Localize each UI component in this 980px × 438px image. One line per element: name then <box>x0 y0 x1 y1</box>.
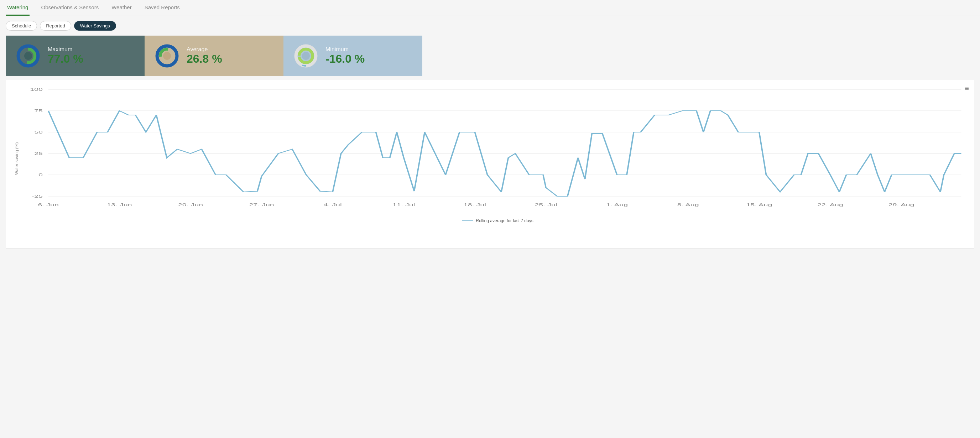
svg-text:25. Jul: 25. Jul <box>535 202 557 207</box>
svg-text:29. Aug: 29. Aug <box>888 202 915 207</box>
tab-weather[interactable]: Weather <box>110 0 133 16</box>
average-donut <box>154 43 180 68</box>
average-card-text: Average 26.8 % <box>186 46 222 65</box>
water-savings-chart: ≡ Water saving (%) 100 75 50 25 0 -25 6.… <box>6 80 974 248</box>
tab-watering[interactable]: Watering <box>6 0 30 16</box>
average-card: Average 26.8 % <box>145 36 283 76</box>
schedule-filter-button[interactable]: Schedule <box>6 21 37 30</box>
svg-text:6. Jun: 6. Jun <box>38 202 59 207</box>
minimum-donut <box>293 43 318 68</box>
svg-text:50: 50 <box>34 130 43 134</box>
minimum-card: Minimum -16.0 % <box>283 36 422 76</box>
maximum-card-text: Maximum 77.0 % <box>48 46 83 65</box>
svg-text:22. Aug: 22. Aug <box>817 202 843 207</box>
svg-text:-25: -25 <box>32 194 43 198</box>
chart-y-axis-label: Water saving (%) <box>14 153 19 175</box>
svg-text:13. Jun: 13. Jun <box>107 202 132 207</box>
average-value: 26.8 % <box>186 53 222 65</box>
maximum-label: Maximum <box>48 46 83 53</box>
svg-text:20. Jun: 20. Jun <box>178 202 203 207</box>
legend-line-icon <box>462 220 473 221</box>
chart-svg: 100 75 50 25 0 -25 6. Jun 13. Jun 20. Ju… <box>27 86 968 214</box>
nav-tabs: Watering Observations & Sensors Weather … <box>0 0 980 16</box>
filter-bar: Schedule Reported Water Savings <box>0 16 980 36</box>
maximum-card: Maximum 77.0 % <box>6 36 145 76</box>
svg-text:15. Aug: 15. Aug <box>746 202 772 207</box>
svg-text:1. Aug: 1. Aug <box>606 202 628 207</box>
reported-filter-button[interactable]: Reported <box>40 21 71 30</box>
minimum-card-text: Minimum -16.0 % <box>326 46 365 65</box>
svg-text:27. Jun: 27. Jun <box>249 202 274 207</box>
svg-point-5 <box>163 52 171 60</box>
minimum-value: -16.0 % <box>326 53 365 65</box>
svg-text:18. Jul: 18. Jul <box>464 202 486 207</box>
chart-legend: Rolling average for last 7 days <box>27 218 968 223</box>
water-savings-filter-button[interactable]: Water Savings <box>74 21 116 30</box>
minimum-label: Minimum <box>326 46 365 53</box>
chart-menu-icon[interactable]: ≡ <box>965 84 969 92</box>
svg-text:25: 25 <box>34 151 43 156</box>
summary-cards: Maximum 77.0 % Average 26.8 % <box>0 36 980 76</box>
average-label: Average <box>186 46 222 53</box>
svg-text:8. Aug: 8. Aug <box>677 202 699 207</box>
chart-legend-label: Rolling average for last 7 days <box>476 218 533 223</box>
svg-text:11. Jul: 11. Jul <box>393 202 415 207</box>
svg-text:4. Jul: 4. Jul <box>323 202 342 207</box>
svg-point-9 <box>302 52 310 60</box>
maximum-donut <box>16 43 41 68</box>
maximum-value: 77.0 % <box>48 53 83 65</box>
svg-text:0: 0 <box>38 173 43 177</box>
tab-observations[interactable]: Observations & Sensors <box>40 0 100 16</box>
tab-saved-reports[interactable]: Saved Reports <box>143 0 181 16</box>
svg-point-2 <box>24 52 32 60</box>
svg-text:75: 75 <box>34 108 43 113</box>
svg-text:100: 100 <box>30 87 43 91</box>
